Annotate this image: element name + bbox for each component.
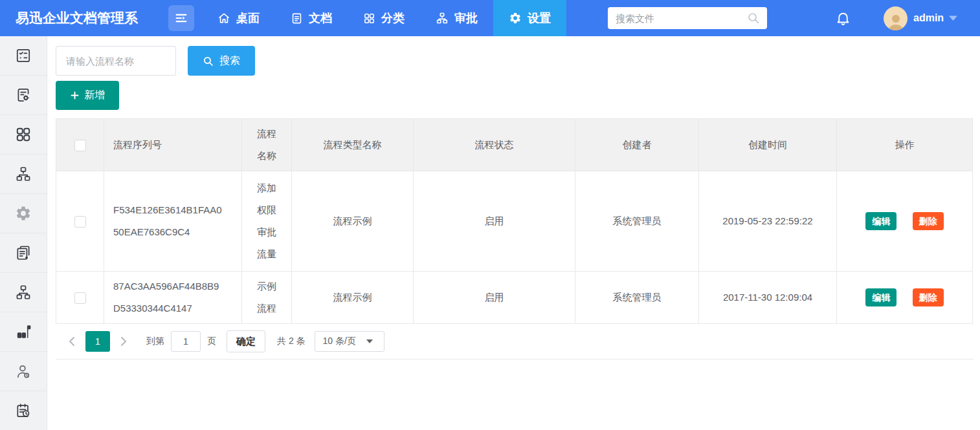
- caret-down-icon: [366, 339, 373, 343]
- cell-name: 示例流程: [242, 272, 292, 324]
- avatar: [884, 6, 908, 30]
- process-name-input[interactable]: [56, 46, 176, 76]
- sidebar-item-document-settings[interactable]: [0, 76, 47, 115]
- cell-name: 添加权限审批流量: [242, 171, 292, 272]
- nav-item-settings[interactable]: 设置: [493, 0, 566, 36]
- edit-button[interactable]: 编辑: [865, 212, 896, 230]
- column-header-type: 流程类型名称: [292, 119, 414, 171]
- search-button[interactable]: 搜索: [188, 46, 255, 76]
- main-content: 搜索 新增 流程序列号 流程名称: [47, 36, 980, 430]
- column-header-serial: 流程序列号: [104, 119, 242, 171]
- pagination: 1 到第 页 确定 共 2 条 10 条/页: [56, 324, 974, 359]
- sidebar-item-schedule[interactable]: [0, 391, 47, 430]
- cell-status: 启用: [414, 272, 575, 324]
- cell-type: 流程示例: [292, 272, 414, 324]
- sidebar-item-grid[interactable]: [0, 115, 47, 155]
- column-header-name: 流程名称: [242, 119, 292, 171]
- next-page-button[interactable]: [115, 331, 132, 352]
- menu-collapse-button[interactable]: [168, 5, 194, 31]
- approval-flow-icon: [436, 12, 449, 25]
- nav-label: 分类: [381, 10, 405, 26]
- category-grid-icon: [363, 12, 375, 25]
- add-button-label: 新增: [84, 89, 105, 102]
- plus-icon: [70, 91, 80, 100]
- nav-label: 设置: [528, 10, 551, 26]
- nav-label: 桌面: [236, 10, 260, 26]
- nav-item-approval[interactable]: 审批: [420, 0, 493, 36]
- goto-suffix-label: 页: [207, 336, 216, 347]
- sidebar-item-task-list[interactable]: [0, 36, 47, 76]
- page-number-button[interactable]: 1: [85, 331, 110, 352]
- bell-icon: [835, 10, 851, 27]
- column-header-actions: 操作: [837, 119, 973, 171]
- grid-icon: [15, 126, 32, 143]
- column-header-creator: 创建者: [575, 119, 699, 171]
- process-table: 流程序列号 流程名称 流程类型名称 流程状态 创建者 创建时间 操作 F534E…: [56, 118, 973, 324]
- sidebar-item-user[interactable]: [0, 352, 47, 391]
- gear-icon: [15, 205, 32, 222]
- goto-page-input[interactable]: [171, 331, 201, 352]
- bar-chart-flag-icon: [15, 323, 32, 340]
- nav-item-categories[interactable]: 分类: [348, 0, 420, 36]
- filter-toolbar: 搜索: [56, 46, 974, 76]
- file-search-input[interactable]: [608, 7, 767, 29]
- edit-button[interactable]: 编辑: [865, 288, 896, 306]
- menu-fold-icon: [174, 11, 188, 25]
- sidebar-item-org-chart[interactable]: [0, 155, 47, 194]
- search-icon[interactable]: [746, 11, 761, 25]
- home-icon: [217, 12, 230, 25]
- table-row: F534E126E3614B1FAA050EAE7636C9C4 添加权限审批流…: [56, 171, 973, 272]
- prev-page-button[interactable]: [63, 331, 80, 352]
- confirm-page-button[interactable]: 确定: [227, 330, 265, 352]
- table-header-row: 流程序列号 流程名称 流程类型名称 流程状态 创建者 创建时间 操作: [56, 119, 973, 171]
- document-copy-icon: [15, 244, 32, 261]
- total-count-label: 共 2 条: [277, 336, 306, 347]
- cell-status: 启用: [414, 171, 575, 272]
- page-size-select[interactable]: 10 条/页: [315, 331, 384, 352]
- table-panel: 流程序列号 流程名称 流程类型名称 流程状态 创建者 创建时间 操作 F534E…: [56, 118, 974, 360]
- cell-type: 流程示例: [292, 171, 414, 272]
- table-row: 87AC3AA596AF44B8B9D53330344C4147 示例流程 流程…: [56, 272, 973, 324]
- delete-button[interactable]: 删除: [913, 212, 944, 230]
- document-icon: [291, 12, 303, 25]
- nav-item-desktop[interactable]: 桌面: [202, 0, 275, 36]
- document-settings-icon: [15, 87, 32, 103]
- cell-serial: F534E126E3614B1FAA050EAE7636C9C4: [104, 171, 242, 272]
- sidebar-item-statistics[interactable]: [0, 312, 47, 352]
- search-icon: [203, 56, 214, 67]
- nav-label: 文档: [309, 10, 332, 26]
- file-search-box: [608, 7, 767, 29]
- delete-button[interactable]: 删除: [913, 288, 944, 306]
- search-button-label: 搜索: [219, 54, 240, 68]
- add-button[interactable]: 新增: [56, 81, 119, 110]
- username: admin: [913, 12, 944, 24]
- sidebar-item-org-chart-2[interactable]: [0, 273, 47, 312]
- cell-creator: 系统管理员: [575, 171, 699, 272]
- column-header-created: 创建时间: [699, 119, 837, 171]
- row-checkbox[interactable]: [74, 292, 86, 304]
- row-checkbox[interactable]: [74, 216, 86, 228]
- cell-serial: 87AC3AA596AF44B8B9D53330344C4147: [104, 272, 242, 324]
- nav-item-documents[interactable]: 文档: [275, 0, 348, 36]
- sidebar-item-document-copy[interactable]: [0, 233, 47, 273]
- cell-created: 2017-11-30 12:09:04: [699, 272, 837, 324]
- select-all-checkbox[interactable]: [74, 140, 86, 151]
- page-size-value: 10 条/页: [323, 336, 356, 347]
- gear-icon: [509, 12, 522, 25]
- chevron-down-icon: [948, 15, 958, 21]
- sidebar-item-settings[interactable]: [0, 194, 47, 233]
- cell-created: 2019-05-23 22:59:22: [699, 171, 837, 272]
- column-header-status: 流程状态: [414, 119, 575, 171]
- user-menu[interactable]: admin: [884, 6, 958, 30]
- clipboard-clock-icon: [15, 402, 32, 419]
- sidebar: [0, 36, 47, 430]
- task-list-icon: [15, 47, 32, 64]
- notification-bell-button[interactable]: [833, 8, 852, 28]
- app-title: 易迅企业文档管理系: [16, 9, 153, 27]
- top-navbar: 易迅企业文档管理系 桌面: [0, 0, 980, 36]
- user-badge-icon: [15, 363, 32, 380]
- goto-prefix-label: 到第: [146, 336, 164, 347]
- top-nav: 桌面 文档 分类: [202, 0, 566, 36]
- app-window: 易迅企业文档管理系 桌面: [0, 0, 980, 430]
- cell-creator: 系统管理员: [575, 272, 699, 324]
